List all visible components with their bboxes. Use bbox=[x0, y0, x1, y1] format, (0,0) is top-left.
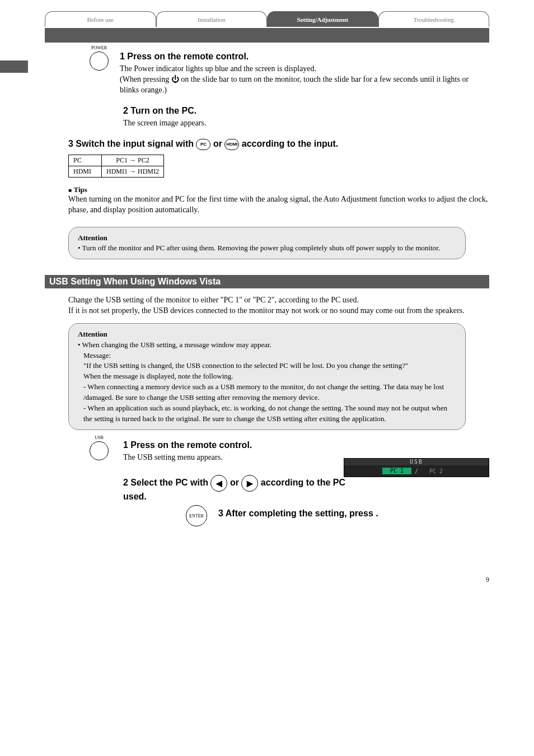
section-usb-header: USB Setting When Using Windows Vista bbox=[45, 275, 489, 288]
step1-body1: The Power indicator lights up blue and t… bbox=[120, 64, 489, 74]
step1-b2a: (When pressing bbox=[120, 75, 171, 83]
step3-heading: 3 Switch the input signal with PC or HDM… bbox=[68, 139, 489, 150]
power-label: POWER bbox=[91, 45, 107, 50]
att-msg-label: Message: bbox=[83, 351, 111, 360]
right-arrow-icon: ▶ bbox=[241, 475, 258, 492]
tab-before-use: Before use bbox=[45, 11, 156, 27]
step1-heading: 1 Press on the remote control. bbox=[120, 52, 489, 62]
attention-label-2: Attention bbox=[78, 329, 456, 340]
usb-screen-title: USB bbox=[344, 459, 489, 465]
pc-button-icon: PC bbox=[196, 139, 210, 150]
attention-label-1: Attention bbox=[78, 233, 456, 243]
usb-screen-pc1: PC 1 bbox=[382, 468, 411, 474]
usb-step3-head: 3 After completing the setting, press . bbox=[218, 508, 442, 519]
enter-button-icon: ENTER bbox=[186, 505, 207, 526]
att-b1: • When changing the USB setting, a messa… bbox=[78, 340, 456, 351]
usb-intro1: Change the USB setting of the monitor to… bbox=[68, 295, 466, 306]
tab-troubleshooting: Troubleshooting bbox=[378, 11, 490, 27]
att-b2b: - When connecting a memory device such a… bbox=[83, 382, 456, 403]
s3h1: Switch the input signal with bbox=[76, 139, 196, 148]
usb-intro2: If it is not set properly, the USB devic… bbox=[68, 306, 466, 316]
step1-body2: (When pressing ⏻ on the slide bar to tur… bbox=[120, 74, 489, 96]
tbl-pc: PC bbox=[69, 155, 102, 166]
tbl-hdmi: HDMI bbox=[69, 166, 102, 177]
tab-installation: Installation bbox=[156, 11, 268, 27]
power-symbol-icon: ⏻ bbox=[171, 74, 179, 85]
attention-box-1: Attention • Turn off the monitor and PC … bbox=[68, 227, 466, 259]
tbl-pc-seq: PC1 → PC2 bbox=[102, 155, 164, 166]
usb-button-icon: USB bbox=[90, 441, 109, 460]
attention-box-2: Attention • When changing the USB settin… bbox=[68, 323, 466, 431]
s3h2: or bbox=[213, 139, 224, 148]
usb-s1h: Press on the remote control. bbox=[130, 440, 252, 450]
header-bar bbox=[45, 28, 489, 43]
side-language-tab bbox=[0, 60, 28, 73]
step1-head-text: Press on the remote control. bbox=[127, 52, 249, 61]
usb-screen-pc2: PC 2 bbox=[421, 468, 451, 474]
signal-table: PC PC1 → PC2 HDMI HDMI1 → HDMI2 bbox=[68, 155, 164, 178]
u2c: or bbox=[230, 478, 241, 488]
tab-setting-adjustment: Setting/Adjustment bbox=[267, 11, 378, 27]
page-number: 9 bbox=[0, 576, 489, 584]
u2b: PC with bbox=[175, 478, 210, 488]
att-msg-body: "If the USB setting is changed, the USB … bbox=[83, 361, 408, 370]
step2-heading: 2 Turn on the PC. bbox=[123, 106, 489, 116]
usb-screen-sep: / bbox=[415, 468, 418, 474]
hdmi-button-icon: HDMI bbox=[224, 139, 239, 150]
step2-body: The screen image appears. bbox=[123, 118, 489, 129]
usb-step2-head: 2 Select the PC with ◀ or ▶ according to… bbox=[123, 475, 358, 502]
u3h: After completing the setting, press . bbox=[226, 508, 378, 518]
tips-label: Tips bbox=[74, 185, 87, 194]
usb-step1-head: 1 Press on the remote control. bbox=[123, 440, 364, 450]
attention-body-1: • Turn off the monitor and PC after usin… bbox=[78, 243, 456, 253]
tips-body: When turning on the monitor and PC for t… bbox=[68, 194, 489, 216]
tips-block: ■ Tips When turning on the monitor and P… bbox=[68, 185, 489, 216]
power-button-icon: POWER bbox=[90, 52, 109, 71]
u2a: Select the bbox=[130, 478, 175, 488]
usb-step1-body: The USB setting menu appears. bbox=[123, 452, 364, 463]
step2-head-text: Turn on the PC. bbox=[130, 106, 196, 115]
s3h3: according to the input. bbox=[242, 139, 338, 148]
att-b2c: - When an application such as sound play… bbox=[83, 403, 456, 424]
att-b2a: When the message is displayed, note the … bbox=[83, 371, 456, 382]
usb-label: USB bbox=[95, 435, 104, 440]
usb-screen-illustration: USB PC 1 / PC 2 bbox=[344, 458, 489, 477]
top-tabs: Before use Installation Setting/Adjustme… bbox=[45, 11, 489, 27]
tbl-hdmi-seq: HDMI1 → HDMI2 bbox=[102, 166, 164, 177]
left-arrow-icon: ◀ bbox=[210, 475, 227, 492]
